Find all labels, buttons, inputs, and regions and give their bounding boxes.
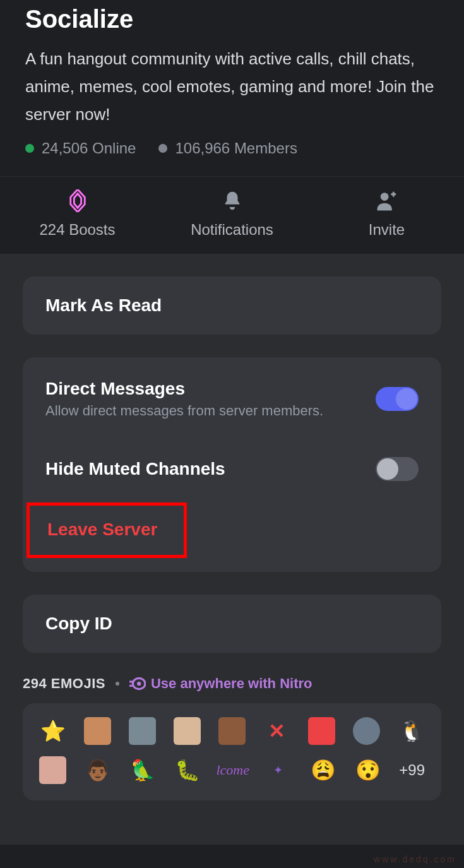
nitro-link[interactable]: Use anywhere with Nitro	[129, 675, 312, 692]
svg-point-0	[380, 193, 388, 201]
online-stat: 24,506 Online	[25, 140, 136, 157]
settings-card: Direct Messages Allow direct messages fr…	[23, 357, 441, 572]
members-count: 106,966 Members	[175, 140, 297, 157]
emoji-row-1: ⭐ ✕ 🐧	[39, 717, 425, 745]
action-bar: 224 Boosts Notifications Invite	[0, 176, 464, 254]
emoji-penguin[interactable]: 🐧	[398, 717, 425, 745]
hide-muted-row[interactable]: Hide Muted Channels	[23, 441, 441, 502]
emoji-row-2: 👨🏾 🦜 🐛 lcome ✦ 😩 😯 +99	[39, 756, 425, 784]
emoji-face1[interactable]	[174, 717, 201, 745]
boosts-button[interactable]: 224 Boosts	[0, 189, 155, 239]
toggle-knob	[377, 458, 398, 480]
emoji-header: 294 EMOJIS Use anywhere with Nitro	[23, 675, 441, 692]
nitro-label: Use anywhere with Nitro	[151, 675, 312, 692]
leave-server-highlight: Leave Server	[27, 502, 187, 558]
emoji-count: 294 EMOJIS	[23, 675, 105, 692]
server-stats: 24,506 Online 106,966 Members	[25, 140, 439, 157]
svg-point-2	[137, 682, 141, 686]
direct-messages-row[interactable]: Direct Messages Allow direct messages fr…	[23, 357, 441, 441]
dm-toggle[interactable]	[376, 387, 419, 411]
emoji-slug[interactable]: 🐛	[174, 756, 201, 784]
nitro-icon	[129, 677, 146, 691]
dm-title: Direct Messages	[45, 379, 376, 399]
copy-id-button[interactable]: Copy ID	[23, 595, 441, 653]
mark-read-label: Mark As Read	[45, 295, 162, 316]
hide-muted-toggle[interactable]	[376, 457, 419, 481]
emoji-star[interactable]: ⭐	[39, 717, 66, 745]
members-stat: 106,966 Members	[158, 140, 297, 157]
emoji-sparkle[interactable]: ✦	[265, 756, 292, 784]
leave-server-row[interactable]: Leave Server	[23, 502, 441, 572]
boosts-label: 224 Boosts	[39, 221, 115, 239]
notifications-button[interactable]: Notifications	[155, 189, 309, 239]
emoji-cat[interactable]	[84, 717, 111, 745]
copy-id-label: Copy ID	[45, 614, 112, 634]
emoji-grid: ⭐ ✕ 🐧 👨🏾 🦜 🐛 lcome ✦ 😩 😯 +99	[23, 703, 441, 800]
boost-icon	[66, 189, 89, 212]
content-area: Mark As Read Direct Messages Allow direc…	[0, 254, 464, 845]
invite-button[interactable]: Invite	[309, 189, 464, 239]
emoji-face2[interactable]	[218, 717, 246, 745]
server-header: Socialize A fun hangout community with a…	[0, 0, 464, 176]
emoji-more-count[interactable]: +99	[399, 761, 425, 779]
invite-icon	[376, 189, 398, 212]
online-dot-icon	[25, 144, 34, 153]
toggle-knob	[396, 388, 417, 410]
dm-subtitle: Allow direct messages from server member…	[45, 403, 376, 419]
emoji-red[interactable]	[308, 717, 335, 745]
emoji-welcome[interactable]: lcome	[219, 756, 247, 784]
emoji-round[interactable]	[353, 717, 380, 745]
emoji-thinking[interactable]: 😯	[354, 756, 381, 784]
emoji-weary[interactable]: 😩	[309, 756, 336, 784]
server-name: Socialize	[25, 5, 439, 33]
members-dot-icon	[158, 144, 167, 153]
watermark: www.dedq.com	[374, 854, 456, 864]
copy-id-card: Copy ID	[23, 595, 441, 653]
hide-muted-title: Hide Muted Channels	[45, 459, 376, 479]
notifications-label: Notifications	[191, 221, 273, 239]
emoji-face3[interactable]	[39, 756, 66, 784]
leave-server-label: Leave Server	[47, 520, 157, 539]
invite-label: Invite	[369, 221, 405, 239]
separator-dot-icon	[116, 682, 119, 686]
emoji-x[interactable]: ✕	[263, 717, 290, 745]
mark-read-card: Mark As Read	[23, 276, 441, 335]
server-description: A fun hangout community with active call…	[25, 45, 439, 128]
mark-read-button[interactable]: Mark As Read	[23, 276, 441, 335]
emoji-man[interactable]: 👨🏾	[84, 756, 111, 784]
emoji-bird[interactable]: 🦜	[129, 756, 156, 784]
bell-icon	[221, 189, 244, 212]
online-count: 24,506 Online	[42, 140, 136, 157]
emoji-fish[interactable]	[129, 717, 156, 745]
